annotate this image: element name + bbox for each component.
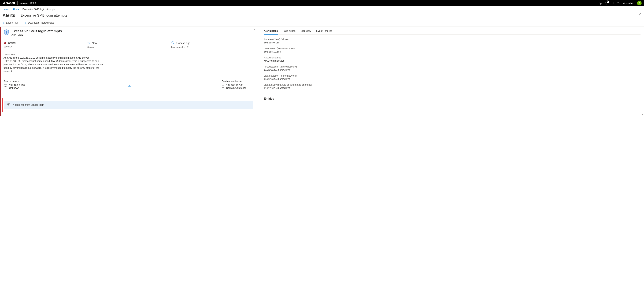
svg-rect-23: [222, 84, 224, 88]
last-detection-value: 11/22/2022, 3:54:43 PM: [264, 77, 348, 80]
gear-icon[interactable]: [598, 1, 602, 5]
chat-icon: [7, 103, 10, 107]
first-detection-value: 11/22/2022, 3:54:43 PM: [264, 68, 348, 71]
svg-line-14: [88, 42, 88, 42]
monitor-icon: [4, 84, 7, 88]
svg-point-26: [223, 86, 223, 87]
book-icon[interactable]: [610, 1, 614, 5]
user-name-label[interactable]: alice-admin: [623, 2, 634, 4]
scroll-up-icon[interactable]: ▴: [642, 27, 644, 29]
page-heading: Alerts Excessive SMB login attempts: [0, 12, 644, 20]
divider: [18, 1, 18, 5]
notification-badge: 0: [607, 0, 609, 3]
download-pcap-label: Download Filtered Pcap: [28, 21, 54, 24]
clock-icon: [171, 41, 174, 45]
alert-summary-pane: Excessive SMB login attempts Alert ID: 2…: [0, 27, 258, 116]
comment-item[interactable]: Needs info from vendor team: [4, 101, 253, 109]
svg-point-30: [9, 104, 10, 104]
source-device-ip: 192.168.0.110: [9, 84, 25, 86]
chevron-right-icon: ›: [10, 8, 11, 11]
server-icon: [222, 84, 224, 88]
alert-details-pane: Alert details Take action Map view Event…: [258, 27, 644, 116]
status-value: New: [92, 41, 97, 44]
source-device-type: Unknown: [9, 86, 25, 89]
svg-rect-5: [5, 42, 5, 43]
export-pdf-button[interactable]: Export PDF: [2, 20, 20, 25]
cloud-icon[interactable]: [616, 1, 620, 5]
description-label: Description: [4, 53, 255, 56]
svg-point-0: [600, 2, 600, 3]
collapse-pane-icon[interactable]: [253, 28, 256, 31]
last-detection-card: 2 weeks ago Last detection: [171, 39, 255, 51]
svg-rect-4: [6, 32, 7, 34]
command-bar: Export PDF Download Filtered Pcap: [0, 20, 644, 26]
breadcrumb-current: Excessive SMB login attempts: [22, 8, 55, 11]
source-address-label: Source (Client) Address: [264, 38, 348, 41]
critical-severity-icon: [4, 41, 7, 44]
destination-device-type: Domain Controller: [226, 86, 246, 89]
svg-line-10: [89, 43, 90, 44]
notifications-icon[interactable]: 0: [604, 1, 608, 5]
status-dropdown-icon[interactable]: [98, 41, 101, 44]
brand-logo: Microsoft: [2, 1, 15, 5]
severity-card: Critical Severity: [4, 39, 87, 51]
info-icon[interactable]: [186, 46, 189, 48]
alert-id-label: Alert ID: 21: [12, 33, 62, 36]
chevron-right-icon: ›: [20, 8, 21, 11]
status-card: New Status: [87, 39, 171, 51]
tab-alert-details[interactable]: Alert details: [264, 28, 278, 34]
status-new-icon: [87, 41, 90, 45]
tenant-label[interactable]: contoso - 22.2.6: [20, 2, 36, 4]
severity-label: Severity: [4, 45, 86, 48]
download-pcap-button[interactable]: Download Filtered Pcap: [24, 20, 55, 25]
last-detection-value: 2 weeks ago: [176, 41, 190, 44]
source-address-value: 192.168.0.110: [264, 41, 348, 44]
main-content: Excessive SMB login attempts Alert ID: 2…: [0, 26, 644, 116]
svg-line-12: [88, 43, 88, 44]
destination-device-ip: 192.168.10.100: [226, 84, 246, 86]
description-text: An SMB client 192.168.0.110 performs exc…: [4, 56, 105, 73]
svg-rect-6: [5, 43, 5, 44]
divider: [18, 13, 18, 18]
breadcrumb-alerts[interactable]: Alerts: [12, 8, 19, 11]
scroll-down-icon[interactable]: ▾: [642, 114, 644, 116]
tab-event-timeline[interactable]: Event Timeline: [316, 28, 332, 34]
export-pdf-label: Export PDF: [6, 21, 18, 24]
close-icon[interactable]: [638, 12, 642, 16]
entities-heading: Entities: [264, 97, 640, 100]
arrow-right-icon: [38, 80, 220, 88]
tab-map-view[interactable]: Map view: [301, 28, 311, 34]
svg-rect-19: [4, 84, 7, 86]
comment-highlight-box: Needs info from vendor team: [2, 98, 255, 112]
severity-value: Critical: [8, 41, 16, 44]
section-heading: Alerts: [2, 13, 18, 18]
svg-point-3: [6, 31, 7, 32]
destination-address-value: 192.168.10.100: [264, 50, 348, 53]
last-detection-label: Last detection (in the network): [264, 74, 348, 77]
source-device-label: Source device: [4, 80, 37, 83]
svg-point-29: [8, 104, 9, 104]
tabs: Alert details Take action Map view Event…: [264, 28, 640, 34]
last-detection-label: Last detection: [171, 46, 185, 48]
account-names-label: Account Names: [264, 56, 348, 59]
account-names-value: MAL/Administrator: [264, 59, 348, 62]
last-activity-label: Last activity (manual or automated chang…: [264, 83, 348, 86]
scrollbar[interactable]: ▴ ▾: [642, 27, 644, 116]
last-activity-value: 11/22/2022, 3:54:43 PM: [264, 86, 348, 89]
divider: [264, 93, 348, 93]
tab-take-action[interactable]: Take action: [283, 28, 296, 34]
comment-text: Needs info from vendor team: [13, 103, 44, 106]
destination-address-label: Destination (Server) Address: [264, 47, 348, 50]
breadcrumb: Home › Alerts › Excessive SMB login atte…: [0, 6, 644, 12]
destination-device: Destination device 192.168.10.100 Domain…: [222, 80, 255, 89]
svg-line-8: [89, 42, 90, 42]
breadcrumb-home[interactable]: Home: [2, 8, 9, 11]
avatar[interactable]: A: [637, 1, 642, 5]
source-device: Source device 192.168.0.110 Unknown: [4, 80, 37, 89]
page-title: Excessive SMB login attempts: [20, 13, 67, 17]
alert-title: Excessive SMB login attempts: [12, 29, 62, 33]
status-label: Status: [87, 46, 170, 48]
destination-device-label: Destination device: [222, 80, 255, 83]
shield-alert-icon: [4, 29, 10, 36]
svg-point-28: [8, 104, 8, 104]
